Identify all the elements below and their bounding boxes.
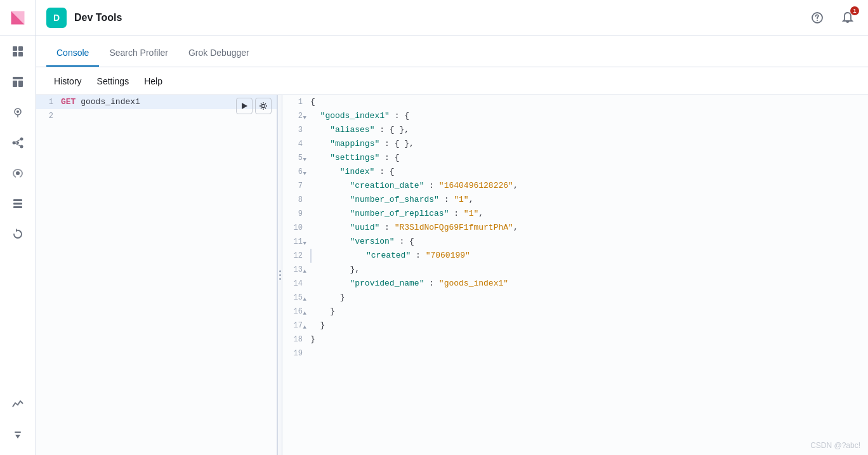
svg-rect-6 bbox=[13, 77, 23, 79]
resize-dot-1 bbox=[279, 270, 281, 272]
sidebar-item-graph[interactable] bbox=[0, 128, 36, 158]
resp-content-3: "aliases" : { }, bbox=[308, 123, 868, 137]
resp-line-18: 18 } bbox=[282, 333, 868, 346]
resp-line-17: 17▲ } bbox=[282, 319, 868, 333]
resp-linenum-13: 13▲ bbox=[282, 263, 308, 277]
resp-line-1: 1 { bbox=[282, 95, 868, 109]
resp-content-13: }, bbox=[308, 263, 868, 277]
sidebar bbox=[0, 0, 36, 455]
svg-marker-22 bbox=[15, 435, 20, 439]
resp-line-13: 13▲ }, bbox=[282, 263, 868, 277]
resp-linenum-18: 18 bbox=[282, 333, 308, 346]
secondary-toolbar: History Settings Help bbox=[36, 67, 868, 95]
resp-linenum-15: 15▲ bbox=[282, 291, 308, 305]
svg-point-18 bbox=[16, 171, 20, 175]
svg-point-10 bbox=[16, 110, 19, 113]
resp-linenum-8: 8 bbox=[282, 193, 308, 207]
resp-linenum-11: 11▼ bbox=[282, 235, 308, 249]
resize-handle[interactable] bbox=[277, 95, 282, 455]
resp-line-12: 12 "created" : "7060199" bbox=[282, 249, 868, 263]
resp-line-2: 2▼ "goods_index1" : { bbox=[282, 109, 868, 123]
help-sec-button[interactable]: Help bbox=[136, 71, 170, 91]
resize-dot-2 bbox=[279, 274, 281, 276]
tab-console[interactable]: Console bbox=[46, 40, 99, 67]
sidebar-item-ml[interactable] bbox=[0, 158, 36, 188]
sidebar-item-dashboard[interactable] bbox=[0, 67, 36, 97]
response-panel: 1 { 2▼ "goods_index1" : { 3 "aliases" : … bbox=[282, 95, 868, 455]
svg-point-14 bbox=[20, 145, 23, 148]
resp-content-2: "goods_index1" : { bbox=[308, 109, 868, 123]
sidebar-item-refresh[interactable] bbox=[0, 219, 36, 249]
kibana-logo[interactable] bbox=[0, 0, 36, 36]
line-number-2: 2 bbox=[36, 109, 58, 123]
svg-rect-3 bbox=[18, 46, 23, 51]
sidebar-item-index[interactable] bbox=[0, 188, 36, 219]
resp-linenum-12: 12 bbox=[282, 249, 308, 263]
resp-linenum-4: 4 bbox=[282, 137, 308, 151]
resp-linenum-6: 6▼ bbox=[282, 165, 308, 179]
resp-linenum-7: 7 bbox=[282, 179, 308, 193]
resp-line-3: 3 "aliases" : { }, bbox=[282, 123, 868, 137]
resp-content-1: { bbox=[308, 95, 868, 109]
tab-grok-debugger[interactable]: Grok Debugger bbox=[178, 40, 260, 67]
resp-linenum-19: 19 bbox=[282, 346, 308, 360]
sidebar-item-grid[interactable] bbox=[0, 36, 36, 67]
svg-marker-26 bbox=[242, 103, 247, 109]
editor-area: 1 GET goods_index1 2 bbox=[36, 95, 868, 455]
editor-actions bbox=[236, 98, 272, 114]
resp-content-8: "number_of_shards" : "1", bbox=[308, 193, 868, 207]
run-button[interactable] bbox=[236, 98, 253, 114]
svg-rect-5 bbox=[18, 52, 23, 56]
svg-rect-21 bbox=[13, 206, 22, 208]
resp-linenum-14: 14 bbox=[282, 277, 308, 291]
resp-line-7: 7 "creation_date" : "1640496128226", bbox=[282, 179, 868, 193]
main-area: D Dev Tools 1 Console Search Profiler Gr… bbox=[36, 0, 868, 455]
resp-line-8: 8 "number_of_shards" : "1", bbox=[282, 193, 868, 207]
topbar: D Dev Tools 1 bbox=[36, 0, 868, 36]
wrench-button[interactable] bbox=[255, 98, 272, 114]
resp-content-5: "settings" : { bbox=[308, 151, 868, 165]
tab-search-profiler[interactable]: Search Profiler bbox=[99, 40, 178, 67]
settings-button[interactable]: Settings bbox=[89, 71, 137, 91]
resize-dots bbox=[279, 270, 281, 280]
user-avatar[interactable]: D bbox=[46, 8, 67, 28]
resp-line-5: 5▼ "settings" : { bbox=[282, 151, 868, 165]
sidebar-item-maps[interactable] bbox=[0, 97, 36, 128]
resp-content-12: "created" : "7060199" bbox=[310, 249, 868, 263]
resp-line-6: 6▼ "index" : { bbox=[282, 165, 868, 179]
svg-rect-4 bbox=[13, 52, 17, 56]
line-number-1: 1 bbox=[36, 95, 58, 109]
resp-content-15: } bbox=[308, 291, 868, 305]
resp-content-16: } bbox=[308, 305, 868, 319]
resp-line-19: 19 bbox=[282, 346, 868, 360]
svg-rect-8 bbox=[18, 81, 23, 87]
history-button[interactable]: History bbox=[46, 71, 89, 91]
app-title: Dev Tools bbox=[74, 12, 807, 23]
svg-rect-20 bbox=[13, 203, 22, 205]
svg-point-25 bbox=[817, 20, 818, 21]
resp-content-6: "index" : { bbox=[308, 165, 868, 179]
help-button[interactable] bbox=[807, 8, 827, 28]
resp-content-4: "mappings" : { }, bbox=[308, 137, 868, 151]
code-editor[interactable]: 1 GET goods_index1 2 bbox=[36, 95, 277, 455]
resize-dot-3 bbox=[279, 278, 281, 280]
resp-content-18: } bbox=[308, 333, 868, 346]
resp-content-9: "number_of_replicas" : "1", bbox=[308, 207, 868, 221]
notification-button[interactable]: 1 bbox=[838, 8, 858, 28]
resp-content-14: "provided_name" : "goods_index1" bbox=[308, 277, 868, 291]
query-panel: 1 GET goods_index1 2 bbox=[36, 95, 277, 455]
resp-linenum-16: 16▲ bbox=[282, 305, 308, 319]
svg-point-12 bbox=[13, 142, 16, 145]
resp-line-14: 14 "provided_name" : "goods_index1" bbox=[282, 277, 868, 291]
resp-linenum-2: 2▼ bbox=[282, 109, 308, 123]
sidebar-item-expand[interactable] bbox=[0, 419, 36, 450]
sidebar-item-activity[interactable] bbox=[0, 389, 36, 419]
resp-line-9: 9 "number_of_replicas" : "1", bbox=[282, 207, 868, 221]
resp-linenum-17: 17▲ bbox=[282, 319, 308, 333]
content-area: History Settings Help 1 GET goods_index1… bbox=[36, 67, 868, 455]
resp-content-17: } bbox=[308, 319, 868, 333]
resp-content-11: "version" : { bbox=[308, 235, 868, 249]
topbar-actions: 1 bbox=[807, 8, 858, 28]
resp-line-10: 10 "uuid" : "R3SldNoFQg69F1fmurtPhA", bbox=[282, 221, 868, 235]
resp-content-10: "uuid" : "R3SldNoFQg69F1fmurtPhA", bbox=[308, 221, 868, 235]
